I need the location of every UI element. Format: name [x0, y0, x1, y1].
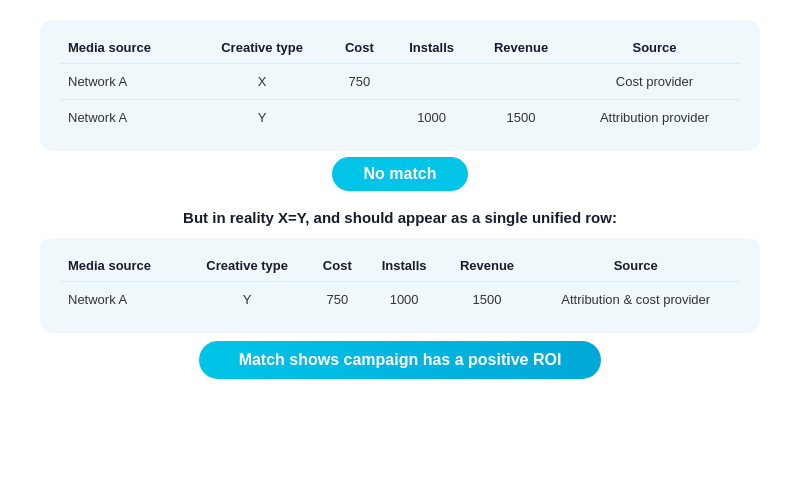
- bottom-header-creative-type: Creative type: [185, 248, 309, 282]
- top-row1-media-source: Network A: [60, 64, 195, 100]
- bottom-row1-creative-type: Y: [185, 282, 309, 318]
- top-row1-creative-type: X: [195, 64, 328, 100]
- top-header-source: Source: [569, 30, 740, 64]
- top-row1-cost: 750: [329, 64, 390, 100]
- match-container: Match shows campaign has a positive ROI: [199, 341, 602, 379]
- top-row2-revenue: 1500: [473, 100, 569, 136]
- bottom-row1-media-source: Network A: [60, 282, 185, 318]
- bottom-table-card: Media source Creative type Cost Installs…: [40, 238, 760, 333]
- top-row2-creative-type: Y: [195, 100, 328, 136]
- top-row1-installs: [390, 64, 473, 100]
- top-table: Media source Creative type Cost Installs…: [60, 30, 740, 135]
- top-row2-cost: [329, 100, 390, 136]
- bottom-header-cost: Cost: [309, 248, 366, 282]
- bottom-table-row-1: Network A Y 750 1000 1500 Attribution & …: [60, 282, 740, 318]
- top-table-card: Media source Creative type Cost Installs…: [40, 20, 760, 151]
- bottom-row1-cost: 750: [309, 282, 366, 318]
- bottom-row1-revenue: 1500: [443, 282, 532, 318]
- top-header-creative-type: Creative type: [195, 30, 328, 64]
- top-row1-revenue: [473, 64, 569, 100]
- bottom-header-media-source: Media source: [60, 248, 185, 282]
- top-table-row-1: Network A X 750 Cost provider: [60, 64, 740, 100]
- match-badge: Match shows campaign has a positive ROI: [199, 341, 602, 379]
- no-match-container: No match: [332, 157, 469, 191]
- bottom-header-installs: Installs: [366, 248, 443, 282]
- bottom-table: Media source Creative type Cost Installs…: [60, 248, 740, 317]
- bottom-row1-installs: 1000: [366, 282, 443, 318]
- top-row2-installs: 1000: [390, 100, 473, 136]
- top-header-installs: Installs: [390, 30, 473, 64]
- top-header-revenue: Revenue: [473, 30, 569, 64]
- bottom-header-revenue: Revenue: [443, 248, 532, 282]
- no-match-badge: No match: [332, 157, 469, 191]
- top-header-cost: Cost: [329, 30, 390, 64]
- top-row2-media-source: Network A: [60, 100, 195, 136]
- bottom-row1-source: Attribution & cost provider: [531, 282, 740, 318]
- bottom-header-source: Source: [531, 248, 740, 282]
- top-header-media-source: Media source: [60, 30, 195, 64]
- middle-explanation-text: But in reality X=Y, and should appear as…: [163, 209, 637, 226]
- top-row2-source: Attribution provider: [569, 100, 740, 136]
- top-table-row-2: Network A Y 1000 1500 Attribution provid…: [60, 100, 740, 136]
- top-row1-source: Cost provider: [569, 64, 740, 100]
